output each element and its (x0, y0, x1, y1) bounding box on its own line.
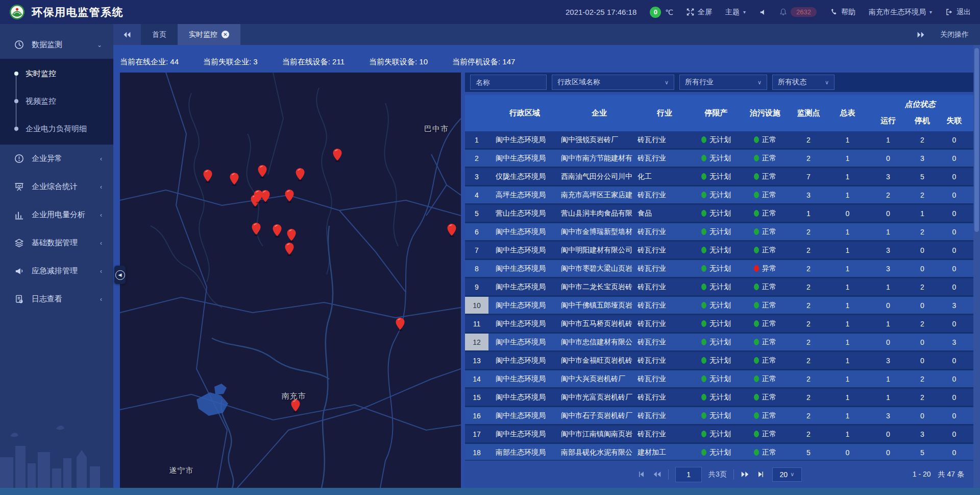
app-title: 环保用电监管系统 (32, 5, 124, 19)
page-last-button[interactable] (756, 470, 766, 479)
notifications-button[interactable]: 2632 (779, 7, 817, 17)
cell-facility-status: 正常 (741, 278, 790, 295)
map-pin[interactable] (296, 168, 305, 181)
chevron-down-icon: ∨ (790, 471, 794, 478)
sidebar-item-0-0[interactable]: 实时监控 (0, 60, 113, 87)
map-pin[interactable] (333, 149, 342, 162)
theme-button[interactable]: 主题 ▾ (725, 8, 746, 17)
table-row[interactable]: 7阆中生态环境局阆中明阳建材有限公司砖瓦行业无计划正常21300 (465, 242, 973, 260)
mute-button[interactable] (759, 9, 766, 16)
map-collapse-handle[interactable]: ◀ (114, 266, 126, 284)
alert-icon (14, 154, 24, 164)
table-row[interactable]: 12阆中生态环境局阆中市忠信建材有限公砖瓦行业无计划正常21003 (465, 334, 973, 352)
cell-region: 阆中生态环境局 (488, 389, 561, 406)
map-panel[interactable]: ◀ 巴中市南充市遂宁市 (120, 73, 461, 488)
tab-realtime-monitoring[interactable]: 实时监控 ✕ (178, 24, 240, 45)
table-row[interactable]: 1阆中生态环境局阆中强锐页岩砖厂砖瓦行业无计划正常21120 (465, 131, 973, 150)
cell-production-status: 无计划 (692, 260, 741, 277)
map-pin[interactable] (447, 224, 456, 237)
table-row[interactable]: 11阆中生态环境局阆中市五马桥页岩机砖砖瓦行业无计划正常21120 (465, 315, 973, 334)
cell-index: 9 (465, 278, 488, 295)
cell-meter-count: 1 (827, 242, 868, 258)
table-row[interactable]: 5营山生态环境局营山县润丰肉食品有限食品无计划正常10010 (465, 205, 973, 223)
cell-run-count: 0 (868, 205, 909, 222)
cell-monitor-count: 3 (790, 186, 827, 203)
map-pin[interactable] (203, 170, 212, 183)
scrollbar-thumb[interactable] (974, 48, 979, 232)
sidebar-group-5[interactable]: 应急减排管理‹ (0, 257, 113, 285)
sidebar-group-6[interactable]: 日志查看‹ (0, 285, 113, 313)
status-dot-icon (701, 431, 706, 437)
map-pin[interactable] (258, 165, 267, 178)
sidebar-item-0-1[interactable]: 视频监控 (0, 87, 113, 115)
app-header: 环保用电监管系统 2021-02-25 17:46:18 0 ℃ 全屏 主题 ▾ (0, 0, 980, 24)
page-input[interactable] (675, 467, 702, 482)
table-row[interactable]: 2阆中生态环境局阆中市南方节能建材有砖瓦行业无计划正常21030 (465, 150, 973, 168)
sidebar-group-3[interactable]: 企业用电量分析‹ (0, 201, 113, 229)
cell-facility-label: 正常 (762, 356, 776, 365)
map-pin[interactable] (285, 190, 294, 203)
name-input[interactable] (470, 75, 547, 90)
page-next-button[interactable] (741, 470, 750, 479)
page-size-select[interactable]: 20 ∨ (772, 467, 802, 482)
table-row[interactable]: 9阆中生态环境局阆中市二龙长宝页岩砖砖瓦行业无计划正常21120 (465, 278, 973, 297)
sidebar-item-0-2[interactable]: 企业电力负荷明细 (0, 115, 113, 143)
cell-production-status: 无计划 (692, 370, 741, 387)
page-prev-button[interactable] (652, 470, 662, 479)
cell-industry: 砖瓦行业 (638, 260, 692, 277)
region-select[interactable]: 行政区域名称 ∨ (552, 75, 674, 90)
table-row[interactable]: 10阆中生态环境局阆中千佛镇五郎垭页岩砖瓦行业无计划正常21003 (465, 297, 973, 315)
map-pin[interactable] (230, 173, 239, 186)
table-row[interactable]: 16阆中生态环境局阆中市石子页岩机砖厂砖瓦行业无计划正常21300 (465, 407, 973, 426)
status-dot-icon (754, 320, 759, 327)
map-pin[interactable] (285, 243, 294, 256)
status-select[interactable]: 所有状态 ∨ (772, 75, 835, 90)
cell-company: 阆中市江南镇阆南页岩 (561, 426, 638, 442)
table-row[interactable]: 18南部生态环境局南部县砚化水泥有限公建材加工无计划正常50050 (465, 444, 973, 460)
cell-production-status: 无计划 (692, 444, 741, 460)
cell-production-status: 无计划 (692, 205, 741, 222)
content-scrollbar[interactable] (973, 45, 980, 488)
tabs-scroll-right-button[interactable] (917, 31, 925, 38)
status-select-value: 所有状态 (778, 78, 806, 87)
map-pin[interactable] (287, 229, 296, 242)
cell-index: 4 (465, 186, 488, 203)
cell-region: 阆中生态环境局 (488, 278, 561, 295)
map-pin[interactable] (252, 223, 261, 236)
table-row[interactable]: 6阆中生态环境局阆中市金博瑞新型墙材砖瓦行业无计划正常21120 (465, 223, 973, 242)
cell-run-count: 3 (868, 260, 909, 277)
col-production: 停限产 (692, 95, 741, 131)
board-icon (14, 182, 24, 192)
industry-select[interactable]: 所有行业 ∨ (679, 75, 767, 90)
sidebar-group-2[interactable]: 企业综合统计‹ (0, 173, 113, 201)
help-button[interactable]: 帮助 (830, 8, 855, 17)
cell-index-highlight: 12 (465, 334, 488, 350)
cell-run-count: 2 (868, 186, 909, 203)
table-row[interactable]: 14阆中生态环境局阆中大兴页岩机砖厂砖瓦行业无计划正常21120 (465, 370, 973, 389)
table-row[interactable]: 4高坪生态环境局南充市高坪区王家店建砖瓦行业无计划正常31220 (465, 186, 973, 205)
cell-run-count: 1 (868, 389, 909, 406)
tab-home[interactable]: 首页 (141, 24, 178, 45)
map-pin[interactable] (291, 399, 300, 413)
map-pin[interactable] (396, 318, 405, 331)
table-row[interactable]: 17阆中生态环境局阆中市江南镇阆南页岩砖瓦行业无计划正常21030 (465, 426, 973, 444)
table-body: 1阆中生态环境局阆中强锐页岩砖厂砖瓦行业无计划正常211202阆中生态环境局阆中… (465, 131, 973, 460)
sidebar-group-4[interactable]: 基础数据管理‹ (0, 229, 113, 257)
logout-button[interactable]: 退出 (945, 8, 971, 17)
fullscreen-button[interactable]: 全屏 (687, 8, 712, 17)
map-pin[interactable] (273, 224, 282, 238)
table-row[interactable]: 3仪陇生态环境局西南油气田分公司川中化工无计划正常71350 (465, 168, 973, 186)
temperature-indicator: 0 ℃ (650, 7, 673, 18)
map-pin[interactable] (261, 190, 270, 203)
table-row[interactable]: 13阆中生态环境局阆中市金福旺页岩机砖砖瓦行业无计划正常21300 (465, 352, 973, 370)
tab-close-icon[interactable]: ✕ (222, 31, 229, 38)
sidebar-group-1[interactable]: 企业异常‹ (0, 145, 113, 173)
table-row[interactable]: 8阆中生态环境局阆中市枣碧大梁山页岩砖瓦行业无计划异常21300 (465, 260, 973, 278)
temperature-badge: 0 (650, 7, 661, 18)
tabs-scroll-left-button[interactable] (113, 24, 141, 45)
sidebar-group-0[interactable]: 数据监测⌄ (0, 31, 113, 59)
user-menu[interactable]: 南充市生态环境局 ▾ (869, 8, 932, 17)
close-operations-button[interactable]: 关闭操作 (940, 30, 969, 39)
page-first-button[interactable] (636, 470, 646, 479)
table-row[interactable]: 15阆中生态环境局阆中市光富页岩机砖厂砖瓦行业无计划正常21120 (465, 389, 973, 407)
